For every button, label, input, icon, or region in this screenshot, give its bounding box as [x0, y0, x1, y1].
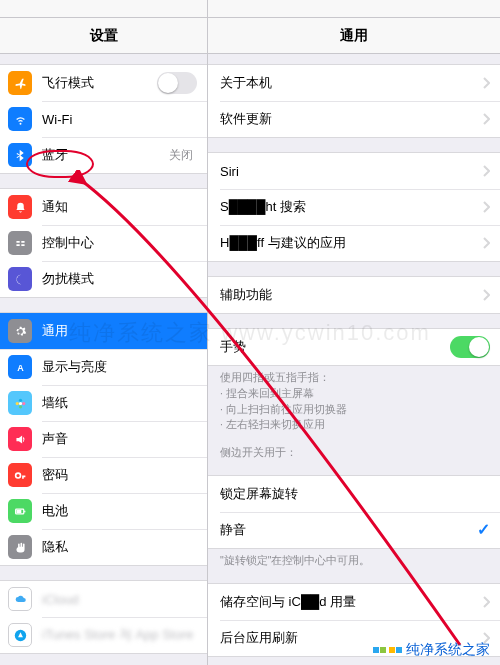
sidebar-item-wifi[interactable]: Wi-Fi: [0, 101, 207, 137]
wifi-icon: [8, 107, 32, 131]
sidebar-item-sounds[interactable]: 声音: [0, 421, 207, 457]
sounds-label: 声音: [42, 430, 197, 448]
about-label: 关于本机: [220, 74, 482, 92]
chevron-right-icon: [482, 596, 490, 608]
general-handoff[interactable]: H███ff 与建议的应用: [208, 225, 500, 261]
left-title: 设置: [0, 18, 207, 54]
sidebar-item-controlcenter[interactable]: 控制中心: [0, 225, 207, 261]
sidebar-item-privacy[interactable]: 隐私: [0, 529, 207, 565]
display-icon: A: [8, 355, 32, 379]
appstore-label: iTunes Store 与 App Store: [42, 626, 197, 644]
battery-label: 电池: [42, 502, 197, 520]
general-storage[interactable]: 储存空间与 iC██d 用量: [208, 584, 500, 620]
sidebar-item-dnd[interactable]: 勿扰模式: [0, 261, 207, 297]
right-title: 通用: [208, 18, 500, 54]
notifications-label: 通知: [42, 198, 197, 216]
mute-label: 静音: [220, 521, 477, 539]
sidebar-item-display[interactable]: A显示与亮度: [0, 349, 207, 385]
sidebar-item-appstore[interactable]: iTunes Store 与 App Store: [0, 617, 207, 653]
chevron-right-icon: [482, 289, 490, 301]
status-bar-left: [0, 0, 207, 18]
appstore-icon: [8, 623, 32, 647]
controlcenter-label: 控制中心: [42, 234, 197, 252]
general-gestures[interactable]: 手势: [208, 329, 500, 365]
sounds-icon: [8, 427, 32, 451]
general-siri[interactable]: Siri: [208, 153, 500, 189]
notifications-icon: [8, 195, 32, 219]
battery-icon: [8, 499, 32, 523]
general-spotlight[interactable]: S████ht 搜索: [208, 189, 500, 225]
handoff-label: H███ff 与建议的应用: [220, 234, 482, 252]
gestures-label: 手势: [220, 338, 450, 356]
svg-text:A: A: [17, 362, 24, 372]
svg-rect-9: [16, 509, 21, 512]
sidebar-item-airplane[interactable]: 飞行模式: [0, 65, 207, 101]
privacy-label: 隐私: [42, 538, 197, 556]
wallpaper-icon: [8, 391, 32, 415]
general-about[interactable]: 关于本机: [208, 65, 500, 101]
check-icon: ✓: [477, 520, 490, 539]
svg-point-2: [18, 398, 21, 401]
status-bar-right: [208, 0, 500, 18]
sidebar-item-general[interactable]: 通用: [0, 313, 207, 349]
accessibility-label: 辅助功能: [220, 286, 482, 304]
wifi-label: Wi-Fi: [42, 112, 193, 127]
storage-label: 储存空间与 iC██d 用量: [220, 593, 482, 611]
lockrotation-label: 锁定屏幕旋转: [220, 485, 490, 503]
sidebar-item-battery[interactable]: 电池: [0, 493, 207, 529]
svg-point-4: [18, 405, 21, 408]
sidebar-item-icloud[interactable]: iCloud: [0, 581, 207, 617]
privacy-icon: [8, 535, 32, 559]
dnd-label: 勿扰模式: [42, 270, 197, 288]
passcode-label: 密码: [42, 466, 197, 484]
sidebar-item-notifications[interactable]: 通知: [0, 189, 207, 225]
airplane-icon: [8, 71, 32, 95]
sidebar-item-bluetooth[interactable]: 蓝牙关闭: [0, 137, 207, 173]
svg-point-6: [15, 473, 20, 478]
siri-label: Siri: [220, 164, 482, 179]
chevron-right-icon: [482, 77, 490, 89]
gestures-toggle[interactable]: [450, 336, 490, 358]
general-icon: [8, 319, 32, 343]
chevron-right-icon: [482, 237, 490, 249]
chevron-right-icon: [482, 113, 490, 125]
spotlight-label: S████ht 搜索: [220, 198, 482, 216]
controlcenter-icon: [8, 231, 32, 255]
svg-point-1: [18, 401, 21, 404]
sidebar-item-wallpaper[interactable]: 墙纸: [0, 385, 207, 421]
footnote-4: "旋转锁定"在控制中心中可用。: [208, 549, 500, 569]
general-accessibility[interactable]: 辅助功能: [208, 277, 500, 313]
bluetooth-value: 关闭: [169, 147, 193, 164]
svg-rect-8: [24, 510, 25, 512]
passcode-icon: [8, 463, 32, 487]
sidebar-item-passcode[interactable]: 密码: [0, 457, 207, 493]
gesture-footnote: 使用四指或五指手指：· 捏合来回到主屏幕· 向上扫扫前往应用切换器· 左右轻扫来…: [208, 366, 500, 433]
bluetooth-icon: [8, 143, 32, 167]
dnd-icon: [8, 267, 32, 291]
airplane-toggle[interactable]: [157, 72, 197, 94]
chevron-right-icon: [482, 165, 490, 177]
icloud-icon: [8, 587, 32, 611]
display-label: 显示与亮度: [42, 358, 197, 376]
general-update[interactable]: 软件更新: [208, 101, 500, 137]
side-switch-header: 侧边开关用于：: [208, 441, 500, 461]
svg-point-5: [15, 401, 18, 404]
update-label: 软件更新: [220, 110, 482, 128]
general-mute[interactable]: 静音✓: [208, 512, 500, 548]
wallpaper-label: 墙纸: [42, 394, 197, 412]
general-lockrotation[interactable]: 锁定屏幕旋转: [208, 476, 500, 512]
airplane-label: 飞行模式: [42, 74, 157, 92]
chevron-right-icon: [482, 201, 490, 213]
general-label: 通用: [42, 322, 197, 340]
svg-point-3: [22, 401, 25, 404]
bluetooth-label: 蓝牙: [42, 146, 169, 164]
brand-logo: 纯净系统之家: [373, 641, 490, 659]
icloud-label: iCloud: [42, 592, 197, 607]
